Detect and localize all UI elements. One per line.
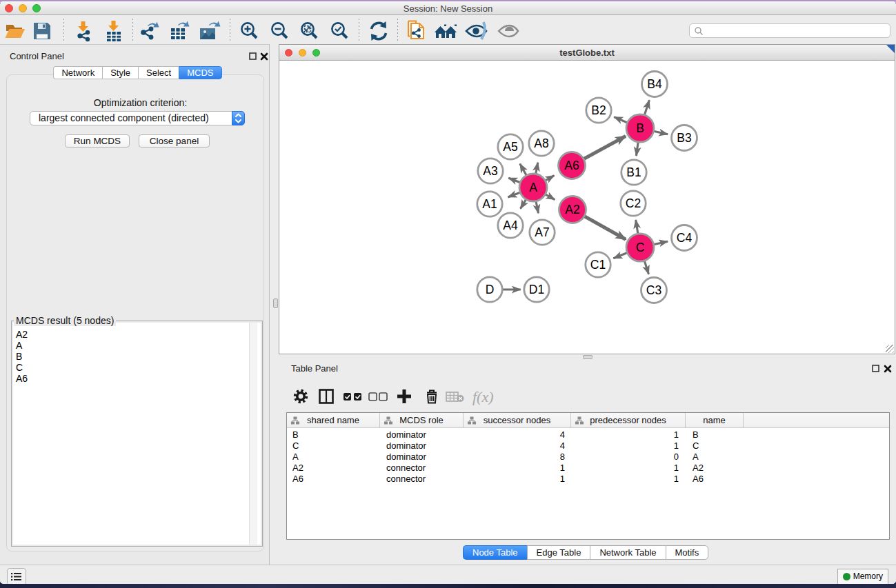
svg-text:B3: B3 <box>677 131 691 145</box>
svg-text:B: B <box>636 121 644 135</box>
svg-text:A1: A1 <box>482 197 497 211</box>
svg-text:A3: A3 <box>483 164 497 178</box>
svg-text:D: D <box>486 283 495 296</box>
svg-text:C: C <box>636 241 645 254</box>
svg-text:A7: A7 <box>535 225 549 239</box>
svg-text:C1: C1 <box>590 258 606 272</box>
svg-text:C3: C3 <box>646 283 661 297</box>
svg-text:A4: A4 <box>503 219 518 232</box>
svg-text:B4: B4 <box>647 77 662 91</box>
svg-text:B1: B1 <box>626 165 641 179</box>
svg-text:C4: C4 <box>677 231 693 245</box>
svg-text:A: A <box>529 181 537 194</box>
svg-text:A6: A6 <box>564 159 579 172</box>
svg-text:A5: A5 <box>503 140 517 154</box>
svg-text:A2: A2 <box>565 203 579 216</box>
svg-text:A8: A8 <box>534 136 548 150</box>
svg-text:D1: D1 <box>529 283 544 296</box>
svg-text:B2: B2 <box>591 103 606 117</box>
svg-text:C2: C2 <box>626 196 641 210</box>
